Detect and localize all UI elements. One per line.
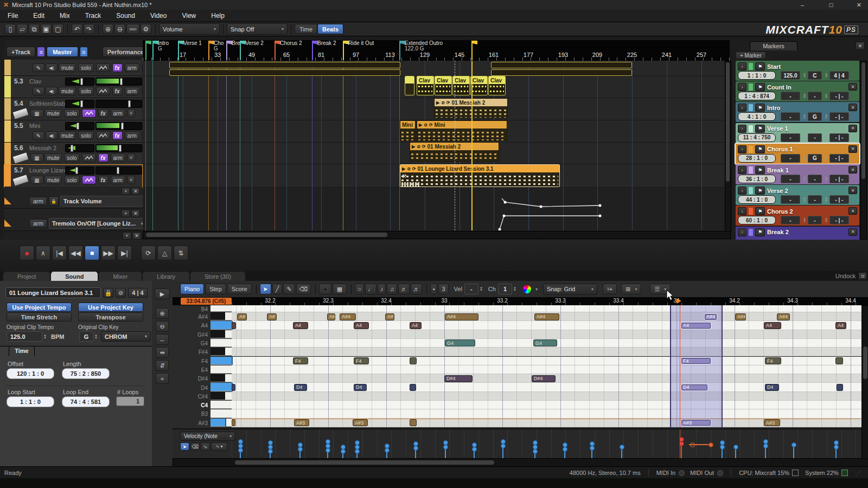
midi-note-Ds4[interactable]: D#4: [532, 375, 556, 382]
track-row[interactable]: ✎◀)mutesolofxarm˅: [4, 60, 142, 76]
clip-clav[interactable]: Clav: [488, 76, 506, 95]
piano-key-F4[interactable]: F4: [173, 357, 232, 365]
automation-lane[interactable]: +✕armTremolo On/Off [Lounge Liz...▾: [4, 209, 142, 231]
timeline-marker-flag[interactable]: Bre: [226, 41, 232, 44]
clip-header-icon[interactable]: ⊘: [407, 166, 411, 171]
menu-track[interactable]: Track: [85, 12, 101, 20]
duration-3-icon[interactable]: ♫: [387, 284, 397, 294]
redo-icon[interactable]: ↷: [84, 24, 94, 34]
volume-slider[interactable]: [95, 166, 142, 175]
track-more-icon[interactable]: ˅: [142, 87, 142, 95]
black-key[interactable]: [210, 374, 225, 382]
arm-button[interactable]: arm: [125, 131, 139, 140]
track-row-5.4[interactable]: 5.4SoftHornStabs▦mutesolofxarm˅: [4, 98, 142, 120]
velocity-dot[interactable]: [590, 446, 595, 451]
white-key[interactable]: [210, 409, 232, 418]
add-marker-button[interactable]: + Marker: [736, 52, 766, 59]
solo-button[interactable]: solo: [64, 109, 79, 118]
midi-note[interactable]: [232, 419, 235, 426]
marker-close-icon[interactable]: ✕: [848, 228, 857, 236]
timeline-marker-flag[interactable]: [145, 41, 151, 44]
marker-key-field[interactable]: -: [808, 133, 822, 142]
velocity-dot[interactable]: [501, 444, 506, 448]
solo-button[interactable]: solo: [64, 176, 79, 184]
arm-button[interactable]: arm: [125, 87, 139, 95]
clip-header-icon[interactable]: ⟳: [446, 100, 450, 105]
settings-icon[interactable]: ⚙: [141, 24, 151, 34]
piano-editor-icon[interactable]: ▦: [30, 153, 43, 162]
tracks-vscrollbar[interactable]: [725, 61, 731, 232]
timeline-marker-flag[interactable]: IntroG: [152, 41, 158, 44]
velocity-dot[interactable]: [834, 445, 839, 450]
undock-label[interactable]: Undock: [835, 273, 856, 279]
track-more-icon[interactable]: ˅: [142, 131, 142, 140]
note-color-icon[interactable]: ●: [319, 284, 331, 294]
menu-sound[interactable]: Sound: [116, 12, 135, 20]
expand-icon[interactable]: ›: [738, 125, 746, 133]
zoom-out-icon[interactable]: ⊖: [114, 24, 125, 34]
add-track-menu-icon[interactable]: ≡: [37, 47, 45, 57]
duration-5-icon[interactable]: ♬: [411, 284, 422, 294]
piano-key-A4[interactable]: A4: [173, 321, 232, 330]
expand-icon[interactable]: ›: [738, 145, 746, 153]
marker-row-break-1[interactable]: ›⚑Break 1✕36 : 1 : 0-▲▼-▲▼- | -: [736, 164, 859, 184]
add-track-button[interactable]: +Track: [7, 47, 35, 57]
menu-video[interactable]: Video: [150, 12, 167, 20]
midi-note-Ds4[interactable]: D#4: [444, 375, 473, 382]
marker-close-icon[interactable]: ✕: [848, 187, 857, 194]
markers-vscrollbar[interactable]: [860, 61, 867, 240]
length-field[interactable]: 75 : 2 : 850: [62, 368, 110, 379]
close-button[interactable]: ✕: [857, 2, 861, 9]
midi-note-F4[interactable]: F4: [354, 357, 369, 364]
piano-vscrollbar[interactable]: [861, 305, 868, 459]
curve-tool[interactable]: ∿: [201, 442, 210, 451]
clip-mini[interactable]: Mini: [400, 120, 416, 141]
monitor-icon[interactable]: ◀): [46, 63, 58, 72]
orig-scale-dropdown[interactable]: CHROM▾: [101, 331, 151, 342]
fx-button[interactable]: fx: [98, 109, 108, 118]
marker-time-field[interactable]: 28 : 1 : 0: [738, 154, 776, 163]
velocity-dot[interactable]: [472, 447, 477, 452]
timeline-marker-flag[interactable]: ChoG: [208, 41, 214, 44]
timeline-marker-flag[interactable]: Verse 2: [240, 41, 246, 44]
undock-icon[interactable]: ⊡: [858, 272, 867, 280]
midi-note[interactable]: [410, 357, 417, 364]
collapse-icon[interactable]: «: [156, 373, 169, 384]
zoom-in-icon[interactable]: ⊕: [103, 24, 113, 34]
marker-time-field[interactable]: 60 : 1 : 0: [738, 216, 776, 224]
audio-clip[interactable]: [491, 62, 632, 68]
marker-meter-field[interactable]: - | -: [829, 154, 849, 163]
dotted-note-icon[interactable]: •: [430, 284, 438, 294]
white-key[interactable]: [210, 383, 233, 391]
mute-button[interactable]: mute: [44, 109, 62, 118]
marker-key-field[interactable]: -: [808, 175, 822, 183]
solo-button[interactable]: solo: [64, 153, 79, 162]
key-stepper[interactable]: ▲▼: [825, 93, 828, 99]
marker-tempo-field[interactable]: -: [781, 112, 800, 121]
menu-view[interactable]: View: [182, 12, 196, 20]
expand-icon[interactable]: ›: [738, 207, 746, 215]
timeline-hscrollbar-handle[interactable]: [146, 233, 387, 237]
remove-lane-icon[interactable]: ✕: [131, 188, 140, 195]
undo-icon[interactable]: ↶: [72, 24, 82, 34]
expand-icon[interactable]: ›: [738, 62, 746, 70]
volume-handle[interactable]: [120, 78, 123, 85]
marker-meter-field[interactable]: - | -: [829, 92, 849, 100]
maximize-button[interactable]: ▢: [828, 2, 833, 8]
midi-note[interactable]: [232, 322, 236, 329]
pan-handle[interactable]: [80, 78, 83, 85]
tab-library[interactable]: Library: [143, 272, 189, 281]
piano-key-D#4[interactable]: D#4: [173, 374, 232, 383]
draw-icon[interactable]: ✎: [33, 131, 44, 140]
midi-note-As3[interactable]: A#3: [353, 419, 368, 426]
markers-vscrollbar-handle[interactable]: [861, 62, 865, 179]
fx-button[interactable]: fx: [98, 153, 108, 162]
clip-name-field[interactable]: 01 Lounge Lizard Session 3.1: [5, 287, 101, 298]
arm-button[interactable]: arm: [111, 153, 125, 162]
marker-close-icon[interactable]: ✕: [848, 104, 857, 111]
velocity-dot[interactable]: [733, 445, 738, 450]
velocity-dot[interactable]: [238, 448, 243, 453]
marker-tempo-field[interactable]: -: [781, 195, 800, 204]
timeline-grid[interactable]: ClavClavClavClavClav▶⊘⟳01 Messiah 2Mini▶…: [143, 61, 730, 230]
snap-grid-dropdown[interactable]: Snap: Grid▾: [543, 284, 597, 295]
